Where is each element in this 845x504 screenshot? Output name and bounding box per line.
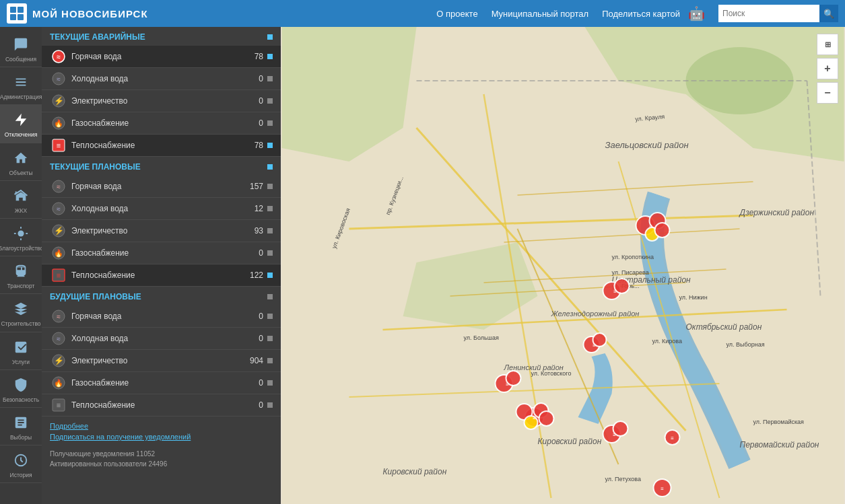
row-bar-planned-gas: [267, 250, 273, 256]
search-box[interactable]: 🔍: [718, 5, 838, 22]
sidebar-item-transport[interactable]: Транспорт: [0, 256, 42, 294]
sidebar-item-messages[interactable]: Сообщения: [0, 30, 42, 67]
footer-info: Получающие уведомления 11052 Активирован…: [42, 449, 281, 474]
svg-text:ул. Писарева: ул. Писарева: [612, 269, 649, 276]
row-label-emergency-hot-water: Горячая вода: [71, 52, 243, 61]
svg-text:≡: ≡: [533, 415, 536, 421]
row-bar-future-electric: [267, 358, 273, 363]
row-emergency-hot-water[interactable]: ≈ Горячая вода 78: [42, 46, 281, 68]
ruler-button[interactable]: ⊞: [817, 34, 838, 55]
row-emergency-cold-water[interactable]: ≈ Холодная вода 0: [42, 68, 281, 90]
row-label-future-heat: Теплоснабжение: [71, 400, 243, 410]
row-planned-hot-water[interactable]: ≈ Горячая вода 157: [42, 176, 281, 198]
logo-icon: [7, 3, 27, 24]
section-current-planned: ТЕКУЩИЕ ПЛАНОВЫЕ: [42, 157, 281, 176]
row-future-cold-water[interactable]: ≈ Холодная вода 0: [42, 328, 281, 350]
row-future-heat[interactable]: ≡ Теплоснабжение 0: [42, 394, 281, 417]
svg-text:ул. Нижин: ул. Нижин: [679, 294, 708, 301]
row-label-emergency-gas: Газоснабжение: [71, 118, 243, 128]
link-subscribe[interactable]: Подписаться на получение уведомлений: [50, 433, 273, 441]
row-future-gas[interactable]: 🔥 Газоснабжение 0: [42, 372, 281, 394]
row-count-future-cold-water: 0: [243, 334, 263, 343]
svg-text:≡: ≡: [671, 435, 674, 441]
app-logo[interactable]: МОЙ НОВОСИБИРСК: [7, 3, 148, 24]
svg-rect-2: [10, 14, 16, 20]
row-label-planned-gas: Газоснабжение: [71, 248, 243, 258]
row-bar-future-heat: [267, 402, 273, 408]
sidebar-item-services[interactable]: Услуги: [0, 332, 42, 370]
svg-point-4: [18, 230, 24, 236]
row-label-planned-cold-water: Холодная вода: [71, 204, 243, 213]
row-future-hot-water[interactable]: ≈ Горячая вода 0: [42, 305, 281, 328]
cold-water-icon: ≈: [51, 71, 66, 86]
sidebar-item-construction[interactable]: Строительство: [0, 294, 42, 332]
row-count-emergency-heat: 78: [243, 141, 263, 150]
zoom-in-button[interactable]: +: [817, 58, 838, 79]
map-container[interactable]: Заельцовский район Дзержинский район Цен…: [281, 27, 845, 504]
jkh-icon: [11, 186, 30, 205]
sidebar-label-landscape: Благоустройство: [0, 245, 42, 252]
nav-share[interactable]: Поделиться картой: [602, 9, 680, 19]
row-planned-gas[interactable]: 🔥 Газоснабжение 0: [42, 242, 281, 264]
sidebar-item-jkh[interactable]: ЖКХ: [0, 181, 42, 219]
search-button[interactable]: 🔍: [819, 5, 838, 22]
svg-point-98: [539, 411, 554, 426]
sidebar-item-landscape[interactable]: Благоустройство: [0, 219, 42, 256]
svg-rect-0: [10, 7, 16, 13]
sidebar-label-elections: Выборы: [10, 434, 32, 441]
row-planned-electric[interactable]: ⚡ Электричество 93: [42, 220, 281, 242]
row-bar-future-gas: [267, 380, 273, 386]
row-count-planned-gas: 0: [243, 248, 263, 258]
message-icon: [11, 35, 30, 54]
svg-text:ул. Кропоткина: ул. Кропоткина: [612, 254, 654, 260]
history-icon: [11, 451, 30, 470]
sidebar-item-admin[interactable]: Администрация: [0, 67, 42, 105]
future-heat-icon: ≡: [51, 398, 66, 412]
section-future-title: БУДУЩИЕ ПЛАНОВЫЕ: [50, 292, 141, 301]
svg-text:≡: ≡: [57, 141, 61, 149]
svg-text:⚡: ⚡: [54, 96, 64, 106]
heat-icon: ≡: [51, 138, 66, 153]
sidebar-label-power: Отключения: [5, 131, 38, 138]
svg-text:ул. Большая: ул. Большая: [464, 334, 499, 341]
section-emergency-title: ТЕКУЩИЕ АВАРИЙНЫЕ: [50, 32, 145, 42]
svg-text:🔥: 🔥: [54, 378, 63, 388]
android-icon[interactable]: 🤖: [688, 5, 705, 22]
sidebar-item-history[interactable]: История: [0, 445, 42, 483]
map-area[interactable]: Заельцовский район Дзержинский район Цен…: [281, 27, 845, 504]
power-icon: [11, 110, 30, 129]
sidebar-item-elections[interactable]: Выборы: [0, 408, 42, 445]
future-electric-icon: ⚡: [51, 353, 66, 368]
planned-cold-water-icon: ≈: [51, 201, 66, 216]
row-emergency-heat[interactable]: ≡ Теплоснабжение 78: [42, 135, 281, 157]
svg-text:ул. Кирова: ул. Кирова: [652, 338, 683, 345]
row-planned-cold-water[interactable]: ≈ Холодная вода 12: [42, 198, 281, 220]
row-emergency-electric[interactable]: ⚡ Электричество 0: [42, 90, 281, 112]
app-title: МОЙ НОВОСИБИРСК: [32, 8, 148, 20]
sidebar-item-objects[interactable]: Объекты: [0, 143, 42, 181]
row-count-emergency-electric: 0: [243, 96, 263, 106]
row-planned-heat[interactable]: ≡ Теплоснабжение 122: [42, 264, 281, 287]
zoom-out-button[interactable]: −: [817, 82, 838, 104]
row-bar-emergency-gas: [267, 120, 273, 126]
sidebar-item-security[interactable]: Безопасность: [0, 370, 42, 408]
section-future-indicator: [267, 294, 273, 299]
svg-text:≡: ≡: [661, 486, 664, 492]
sidebar-item-power[interactable]: Отключения: [0, 105, 42, 143]
svg-text:Дзержинский район: Дзержинский район: [739, 208, 815, 217]
row-emergency-gas[interactable]: 🔥 Газоснабжение 0: [42, 112, 281, 135]
electric-icon: ⚡: [51, 94, 66, 108]
svg-point-83: [655, 223, 670, 238]
users-count: Активированных пользователи 24496: [50, 459, 273, 469]
row-future-electric[interactable]: ⚡ Электричество 904: [42, 350, 281, 372]
row-count-emergency-gas: 0: [243, 118, 263, 128]
row-count-future-heat: 0: [243, 400, 263, 410]
search-input[interactable]: [718, 5, 819, 22]
platform-icons: 🤖: [688, 5, 710, 22]
sidebar-label-transport: Транспорт: [7, 283, 35, 289]
row-bar-future-cold-water: [267, 336, 273, 341]
sidebar-label-objects: Объекты: [9, 170, 32, 176]
link-details[interactable]: Подробнее: [50, 422, 273, 430]
nav-about[interactable]: О проекте: [436, 9, 477, 19]
nav-portal[interactable]: Муниципальный портал: [492, 9, 589, 19]
